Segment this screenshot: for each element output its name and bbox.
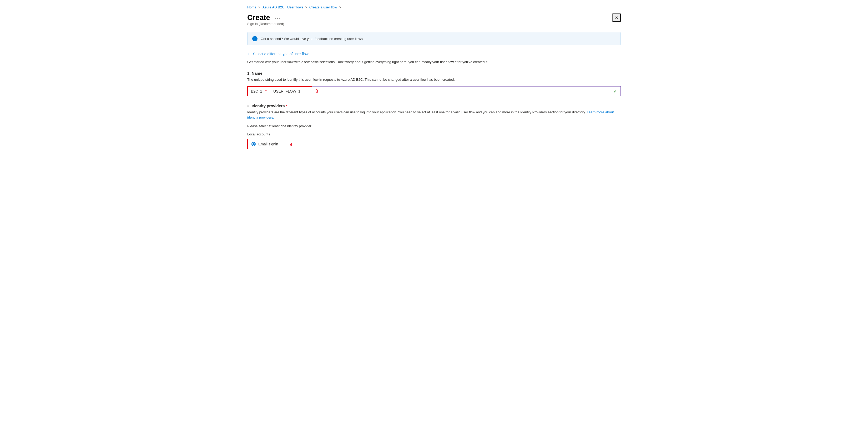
- radio-selected-dot: [252, 143, 255, 145]
- section1-desc: The unique string used to identify this …: [247, 77, 621, 82]
- user-flow-name-input[interactable]: [270, 86, 312, 96]
- section2-title: 2. Identity providers *: [247, 103, 621, 108]
- prefix-text: B2C_1_: [251, 89, 265, 93]
- breadcrumb-sep3: >: [339, 5, 341, 9]
- name-extra-field: 3 ✓: [312, 86, 621, 96]
- breadcrumb-sep2: >: [305, 5, 307, 9]
- ellipsis-button[interactable]: ...: [273, 14, 282, 21]
- back-arrow-icon: ←: [247, 52, 251, 56]
- page-subtitle: Sign in (Recommended): [247, 22, 284, 26]
- name-field-container: B2C_1_ * 3 ✓: [247, 86, 621, 96]
- info-banner: i Got a second? We would love your feedb…: [247, 32, 621, 45]
- email-signin-label: Email signin: [258, 142, 278, 146]
- email-signin-radio[interactable]: [251, 142, 256, 146]
- intro-text: Get started with your user flow with a f…: [247, 59, 621, 65]
- info-banner-arrow[interactable]: →: [364, 37, 367, 41]
- breadcrumb-home[interactable]: Home: [247, 5, 256, 9]
- section2-desc: Identity providers are the different typ…: [247, 110, 621, 120]
- back-link-label: Select a different type of user flow: [253, 52, 309, 56]
- email-signin-row: Email signin 4: [247, 139, 621, 150]
- close-button[interactable]: ×: [612, 13, 621, 22]
- select-prompt: Please select at least one identity prov…: [247, 124, 621, 128]
- email-signin-option[interactable]: Email signin: [247, 139, 282, 149]
- annotation-4: 4: [289, 142, 292, 148]
- section-identity: 2. Identity providers * Identity provide…: [247, 103, 621, 150]
- back-link[interactable]: ← Select a different type of user flow: [247, 52, 621, 56]
- page-title: Create: [247, 13, 270, 22]
- local-accounts-label: Local accounts: [247, 132, 621, 136]
- breadcrumb: Home > Azure AD B2C | User flows > Creat…: [247, 5, 621, 9]
- breadcrumb-sep1: >: [258, 5, 260, 9]
- prefix-required-star: *: [266, 89, 267, 93]
- header-row: Create ... Sign in (Recommended) ×: [247, 13, 621, 31]
- section-name: 1. Name The unique string used to identi…: [247, 71, 621, 96]
- annotation-3: 3: [315, 89, 318, 94]
- section2-required: *: [286, 104, 287, 108]
- section1-title: 1. Name: [247, 71, 621, 75]
- page-container: Home > Azure AD B2C | User flows > Creat…: [237, 0, 631, 156]
- title-group: Create ... Sign in (Recommended): [247, 13, 284, 31]
- breadcrumb-current: Create a user flow: [309, 5, 337, 9]
- b2c-prefix: B2C_1_ *: [247, 86, 270, 96]
- info-banner-text: Got a second? We would love your feedbac…: [261, 37, 367, 41]
- checkmark-icon: ✓: [613, 88, 617, 94]
- breadcrumb-userflows[interactable]: Azure AD B2C | User flows: [262, 5, 303, 9]
- page-title-row: Create ...: [247, 13, 284, 22]
- info-icon: i: [252, 36, 257, 41]
